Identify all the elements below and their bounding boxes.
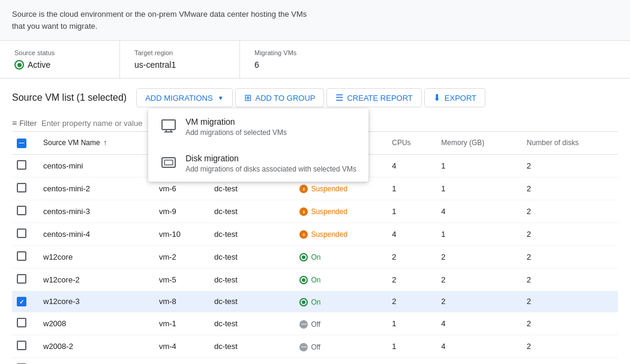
- col-vm-name[interactable]: Source VM Name ↑: [36, 132, 152, 154]
- row-disks: 2: [520, 154, 618, 177]
- row-vm-name: w2008-3: [36, 358, 152, 365]
- on-icon: [299, 253, 308, 261]
- row-source: vm-7: [152, 358, 207, 365]
- col-memory: Memory (GB): [434, 132, 519, 154]
- filter-label: Filter: [19, 119, 37, 128]
- row-checkbox-cell[interactable]: [12, 245, 36, 268]
- list-header: Source VM list (1 selected) ADD MIGRATIO…: [12, 88, 618, 107]
- table-row: w12core-2vm-5dc-testOn222: [12, 268, 618, 291]
- on-icon: [299, 298, 308, 306]
- source-status-text: Active: [28, 60, 50, 70]
- row-checkbox-cell[interactable]: [12, 222, 36, 245]
- row-status: Off: [292, 335, 385, 358]
- table-row: centos-mini-4vm-10dc-testSuspended412: [12, 222, 618, 245]
- row-source: vm-2: [152, 245, 207, 268]
- row-group: dc-test: [207, 268, 292, 291]
- source-status-value: Active: [14, 60, 105, 70]
- row-status: On: [292, 268, 385, 291]
- vm-migration-desc: Add migrations of selected VMs: [185, 128, 287, 137]
- row-disks: 2: [520, 200, 618, 222]
- status-text: On: [311, 253, 320, 261]
- row-checkbox[interactable]: [17, 251, 26, 261]
- row-disks: 2: [520, 222, 618, 245]
- row-checkbox-cell[interactable]: [12, 268, 36, 291]
- create-report-button[interactable]: ☰ CREATE REPORT: [326, 88, 421, 107]
- row-disks: 2: [520, 268, 618, 291]
- status-badge: On: [299, 276, 320, 284]
- table-row: w12core-3vm-8dc-testOn222: [12, 291, 618, 312]
- source-status-label: Source status: [14, 49, 105, 56]
- row-source: vm-5: [152, 268, 207, 291]
- row-checkbox[interactable]: [17, 274, 26, 284]
- row-cpus: 1: [385, 312, 434, 335]
- filter-button[interactable]: ≡ Filter: [12, 118, 37, 128]
- select-all-header[interactable]: [12, 132, 36, 154]
- row-vm-name: w12core-3: [36, 291, 152, 312]
- row-memory: 1: [434, 154, 519, 177]
- status-badge: Off: [299, 343, 320, 351]
- row-group: dc-test: [207, 200, 292, 222]
- col-cpus: CPUs: [385, 132, 434, 154]
- status-text: Suspended: [311, 230, 347, 239]
- row-checkbox[interactable]: [17, 228, 26, 238]
- row-vm-name: centos-mini-2: [36, 177, 152, 200]
- row-vm-name: centos-mini-3: [36, 200, 152, 222]
- row-vm-name: centos-mini: [36, 154, 152, 177]
- add-migrations-dropdown: VM migration Add migrations of selected …: [148, 109, 368, 182]
- export-button[interactable]: ⬇ EXPORT: [424, 88, 485, 107]
- row-vm-name: centos-mini-4: [36, 222, 152, 245]
- row-checkbox[interactable]: [17, 183, 26, 192]
- add-migrations-button[interactable]: ADD MIGRATIONS ▼: [136, 88, 232, 107]
- row-checkbox-cell[interactable]: [12, 177, 36, 200]
- row-checkbox-cell[interactable]: [12, 335, 36, 358]
- row-cpus: 1: [385, 358, 434, 365]
- off-icon: [299, 343, 308, 351]
- vm-migration-text: VM migration Add migrations of selected …: [185, 117, 287, 137]
- status-text: Off: [311, 343, 320, 351]
- status-badge: On: [299, 298, 320, 306]
- row-checkbox[interactable]: [17, 341, 26, 350]
- toolbar-buttons: ADD MIGRATIONS ▼ ⊞ ADD TO GROUP ☰ CREATE…: [136, 88, 485, 107]
- list-title: Source VM list (1 selected): [12, 92, 127, 103]
- select-all-checkbox[interactable]: [17, 139, 26, 148]
- status-text: Suspended: [311, 185, 347, 193]
- row-checkbox[interactable]: [17, 318, 26, 327]
- row-status: Off: [292, 358, 385, 365]
- active-status-icon: [14, 60, 24, 70]
- off-icon: [299, 320, 308, 329]
- row-checkbox-cell[interactable]: [12, 291, 36, 312]
- row-memory: 4: [434, 200, 519, 222]
- row-checkbox[interactable]: [17, 297, 26, 306]
- row-group: dc-test: [207, 291, 292, 312]
- row-checkbox[interactable]: [17, 160, 26, 170]
- disk-migration-option[interactable]: Disk migration Add migrations of disks a…: [148, 145, 368, 182]
- status-text: Suspended: [311, 207, 347, 216]
- row-source: vm-1: [152, 312, 207, 335]
- row-cpus: 1: [385, 200, 434, 222]
- row-disks: 2: [520, 177, 618, 200]
- row-memory: 1: [434, 222, 519, 245]
- row-checkbox[interactable]: [17, 206, 26, 215]
- row-group: dc-test: [207, 312, 292, 335]
- suspended-icon: [299, 185, 308, 193]
- row-group: dc-test: [207, 358, 292, 365]
- row-checkbox-cell[interactable]: [12, 312, 36, 335]
- row-group: dc-test: [207, 335, 292, 358]
- row-disks: 2: [520, 291, 618, 312]
- description-line1: Source is the cloud environment or the o…: [12, 10, 307, 19]
- row-checkbox-cell[interactable]: [12, 358, 36, 365]
- vm-migration-option[interactable]: VM migration Add migrations of selected …: [148, 109, 368, 145]
- row-checkbox-cell[interactable]: [12, 200, 36, 222]
- row-cpus: 4: [385, 222, 434, 245]
- status-badge: Suspended: [299, 230, 347, 239]
- status-text: Off: [311, 320, 320, 329]
- create-report-label: CREATE REPORT: [347, 94, 412, 103]
- status-badge: Off: [299, 320, 320, 329]
- row-checkbox-cell[interactable]: [12, 154, 36, 177]
- row-status: Suspended: [292, 222, 385, 245]
- status-text: On: [311, 276, 320, 284]
- disk-migration-text: Disk migration Add migrations of disks a…: [185, 154, 356, 173]
- table-row: w12corevm-2dc-testOn222: [12, 245, 618, 268]
- row-cpus: 2: [385, 245, 434, 268]
- add-to-group-button[interactable]: ⊞ ADD TO GROUP: [235, 88, 325, 107]
